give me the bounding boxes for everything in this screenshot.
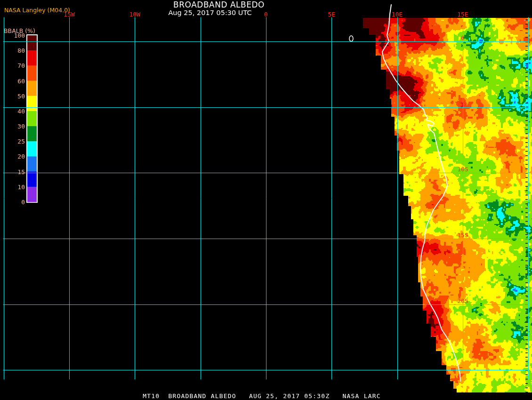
lat-label-15S: 15S <box>457 232 468 239</box>
lon-label-15W: 15W <box>64 11 74 18</box>
lat-label-10S: 10S <box>457 166 468 173</box>
lon-label-10W: 10W <box>129 11 140 18</box>
colorbar-tick-15: 15 <box>0 168 25 176</box>
lat-label-20S: 20S <box>457 297 468 304</box>
lon-label-0: 0 <box>264 11 268 18</box>
colorbar-tick-60: 60 <box>0 78 25 85</box>
lat-label-0: 0 <box>461 34 465 41</box>
lon-label-10E: 10E <box>392 11 403 18</box>
colorbar-tick-100: 100 <box>0 32 25 39</box>
albedo-plot: NASA Langley (M04.0) BROADBAND ALBEDO Au… <box>0 0 532 400</box>
lon-label-15E: 15E <box>457 11 468 18</box>
colorbar-tick-40: 40 <box>0 108 25 115</box>
colorbar-tick-50: 50 <box>0 93 25 100</box>
credit-label: NASA Langley (M04.0) <box>4 7 70 14</box>
colorbar-tick-30: 30 <box>0 123 25 130</box>
timestamp-label: Aug 25, 2017 05:30 UTC <box>168 9 251 16</box>
colorbar-tick-25: 25 <box>0 138 25 145</box>
colorbar-tick-0: 0 <box>0 199 25 206</box>
footer-caption: MT10 BROADBAND ALBEDO AUG 25, 2017 05:30… <box>143 392 381 400</box>
colorbar-tick-20: 20 <box>0 153 25 160</box>
colorbar-tick-80: 80 <box>0 47 25 54</box>
page-title: BROADBAND ALBEDO <box>173 0 265 9</box>
colorbar-tick-70: 70 <box>0 62 25 69</box>
albedo-map-canvas <box>0 0 532 400</box>
lon-label-5E: 5E <box>328 11 335 18</box>
colorbar-tick-10: 10 <box>0 184 25 191</box>
lat-label-5S: 5S <box>459 100 467 107</box>
